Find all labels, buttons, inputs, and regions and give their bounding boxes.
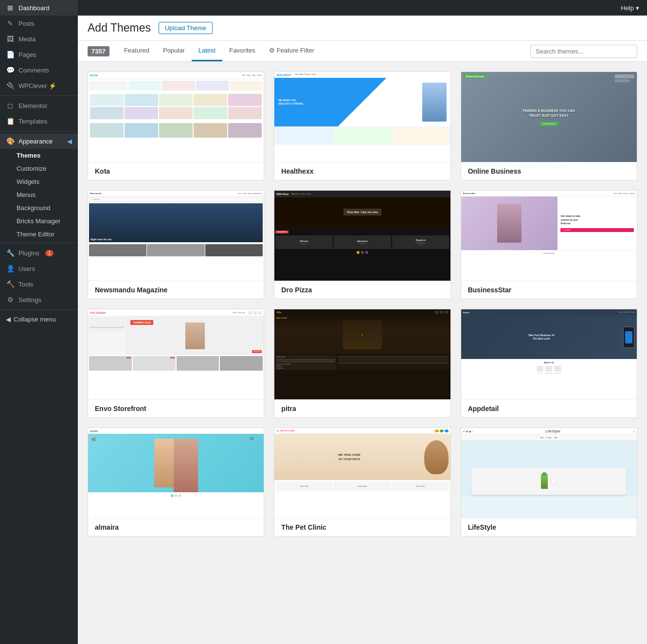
- tab-latest[interactable]: Latest: [192, 41, 222, 61]
- sidebar-item-posts[interactable]: ✎ Posts: [0, 16, 78, 31]
- sidebar-label: Appearance: [18, 138, 53, 145]
- theme-name-businesstar: BusinessStar: [461, 281, 637, 299]
- help-label: Help: [621, 4, 634, 12]
- theme-name-dro-pizza: Dro Pizza: [274, 281, 450, 299]
- sidebar-item-pages[interactable]: 📄 Pages: [0, 47, 78, 62]
- sidebar-label: Media: [18, 36, 36, 43]
- sidebar-item-wpclever[interactable]: 🔌 WPClever ⚡: [0, 78, 78, 93]
- sidebar-sub-menus[interactable]: Menus: [0, 188, 78, 201]
- theme-card-almaira[interactable]: almaira 🦋 🦋 BEST OF SPRING: [88, 428, 264, 537]
- theme-preview-envo-storefront: Free Gradient HomeShopBlog: [88, 309, 264, 399]
- sidebar-label: Tools: [18, 281, 33, 288]
- theme-name-petclinic: The Pet Clinic: [274, 518, 450, 536]
- sidebar-item-media[interactable]: 🖼 Media: [0, 31, 78, 47]
- theme-card-healthexx[interactable]: HEALTHEXX Home About Services Contact WE…: [274, 72, 450, 180]
- sidebar-divider-2: [0, 131, 78, 131]
- comments-icon: 💬: [6, 66, 15, 74]
- main-content: Help ▾ Add Themes Upload Theme 7357 Feat…: [78, 0, 647, 644]
- themes-grid: KOTA ShopAboutBlogContact: [78, 62, 647, 546]
- tab-popular[interactable]: Popular: [156, 41, 192, 61]
- sidebar-sub-customize[interactable]: Customize: [0, 162, 78, 175]
- theme-preview-appdetail: Explori HomeFeaturesPricing Take Your Bu…: [461, 309, 637, 399]
- sidebar-divider-4: [0, 309, 78, 310]
- theme-preview-almaira: almaira 🦋 🦋 BEST OF SPRING: [88, 428, 264, 518]
- appearance-icon: 🎨: [6, 137, 15, 145]
- feature-filter-label: Feature Filter: [277, 47, 314, 54]
- tab-favorites[interactable]: Favorites: [222, 41, 262, 61]
- theme-preview-healthexx: HEALTHEXX Home About Services Contact WE…: [274, 72, 450, 162]
- sidebar-label: Plugins: [18, 250, 39, 257]
- sidebar-item-elementor[interactable]: ◻ Elementor: [0, 98, 78, 113]
- pages-icon: 📄: [6, 51, 15, 58]
- filter-bar: 7357 Featured Popular Latest Favorites ⚙…: [78, 41, 647, 62]
- sidebar-sub-widgets[interactable]: Widgets: [0, 175, 78, 188]
- tab-featured[interactable]: Featured: [117, 41, 156, 61]
- admin-bar: Help ▾: [78, 0, 647, 16]
- sidebar-item-settings[interactable]: ⚙ Settings: [0, 292, 78, 307]
- sidebar-item-comments[interactable]: 💬 Comments: [0, 62, 78, 78]
- sidebar-label: Settings: [18, 296, 41, 304]
- theme-name-healthexx: Healthexx: [274, 162, 450, 180]
- sidebar-label: Posts: [18, 20, 35, 27]
- page-header: Add Themes Upload Theme: [78, 16, 647, 41]
- theme-name-newsmandu: Newsmandu Magazine: [88, 281, 264, 299]
- collapse-label: Collapse menu: [14, 316, 56, 323]
- gear-icon: ⚙: [269, 47, 275, 54]
- sidebar-item-appearance[interactable]: 🎨 Appearance ◀: [0, 133, 78, 149]
- theme-preview-pitra: Alfa Hello world! ⛵: [274, 309, 450, 399]
- sidebar-item-tools[interactable]: 🔨 Tools: [0, 276, 78, 292]
- search-input[interactable]: [530, 45, 637, 58]
- themes-count: 7357: [88, 46, 109, 56]
- sidebar-sub-bricks-manager[interactable]: Bricks Manager: [0, 215, 78, 228]
- page-title: Add Themes: [88, 21, 151, 35]
- sidebar-item-users[interactable]: 👤 Users: [0, 261, 78, 276]
- sidebar-divider: [0, 95, 78, 96]
- sidebar-sub-background[interactable]: Background: [0, 201, 78, 215]
- sidebar-label: Dashboard: [18, 4, 50, 12]
- theme-card-businesstar[interactable]: BusinessStar HomeAboutServicesContact Ge…: [461, 190, 637, 299]
- sidebar-divider-3: [0, 243, 78, 243]
- theme-name-lifestyle: LifeStyle: [461, 518, 637, 536]
- sidebar-item-templates[interactable]: 📋 Templates: [0, 113, 78, 129]
- theme-card-pitra[interactable]: Alfa Hello world! ⛵: [274, 309, 450, 418]
- help-chevron-icon: ▾: [636, 4, 639, 12]
- theme-card-dro-pizza[interactable]: DRO Pizza Home Menus Blog Contact Pizza …: [274, 190, 450, 299]
- sidebar-sub-themes[interactable]: Themes: [0, 149, 78, 162]
- templates-icon: 📋: [6, 117, 15, 125]
- theme-card-envo-storefront[interactable]: Free Gradient HomeShopBlog: [88, 309, 264, 418]
- theme-preview-online-business: Online Business FINDING A BUSINESS YOU C…: [461, 72, 637, 162]
- theme-name-kota: Kota: [88, 162, 264, 180]
- collapse-icon: ◀: [6, 316, 11, 323]
- theme-card-kota[interactable]: KOTA ShopAboutBlogContact: [88, 72, 264, 180]
- theme-name-appdetail: Appdetail: [461, 399, 637, 417]
- theme-card-appdetail[interactable]: Explori HomeFeaturesPricing Take Your Bu…: [461, 309, 637, 418]
- theme-card-petclinic[interactable]: 🐾 THE PET CLINIC WE TAKE CAREOF YOUR PET…: [274, 428, 450, 537]
- theme-name-almaira: almaira: [88, 518, 264, 536]
- theme-preview-businesstar: BusinessStar HomeAboutServicesContact Ge…: [461, 191, 637, 281]
- collapse-menu-button[interactable]: ◀ Collapse menu: [0, 312, 78, 327]
- tools-icon: 🔨: [6, 280, 15, 288]
- theme-card-online-business[interactable]: Online Business FINDING A BUSINESS YOU C…: [461, 72, 637, 180]
- theme-card-lifestyle[interactable]: 🐦📘📷in LifeStyle 🔍 Blog Contact FAQ: [461, 428, 637, 537]
- theme-card-newsmandu[interactable]: Newsmandu HomeNewsSportsEntertainment Yo…: [88, 190, 264, 299]
- upload-theme-button[interactable]: Upload Theme: [159, 22, 213, 34]
- theme-preview-newsmandu: Newsmandu HomeNewsSportsEntertainment Yo…: [88, 191, 264, 281]
- media-icon: 🖼: [6, 35, 15, 43]
- sidebar-sub-theme-editor[interactable]: Theme Editor: [0, 228, 78, 241]
- sidebar-label: Elementor: [18, 102, 47, 109]
- tab-feature-filter[interactable]: ⚙ Feature Filter: [262, 41, 321, 61]
- theme-preview-lifestyle: 🐦📘📷in LifeStyle 🔍 Blog Contact FAQ: [461, 428, 637, 518]
- plugins-icon: 🔧: [6, 249, 15, 257]
- theme-name-pitra: pitra: [274, 399, 450, 417]
- sidebar-item-dashboard[interactable]: ⊞ Dashboard: [0, 0, 78, 16]
- theme-name-envo-storefront: Envo Storefront: [88, 399, 264, 417]
- help-button[interactable]: Help ▾: [621, 4, 639, 12]
- sidebar-label: Users: [18, 265, 35, 272]
- theme-preview-petclinic: 🐾 THE PET CLINIC WE TAKE CAREOF YOUR PET…: [274, 428, 450, 518]
- elementor-icon: ◻: [6, 102, 15, 109]
- theme-name-online-business: Online Business: [461, 162, 637, 180]
- sidebar-item-plugins[interactable]: 🔧 Plugins 1: [0, 245, 78, 261]
- sidebar-label: Comments: [18, 67, 49, 74]
- wpclever-icon: 🔌: [6, 82, 15, 89]
- theme-preview-kota: KOTA ShopAboutBlogContact: [88, 72, 264, 162]
